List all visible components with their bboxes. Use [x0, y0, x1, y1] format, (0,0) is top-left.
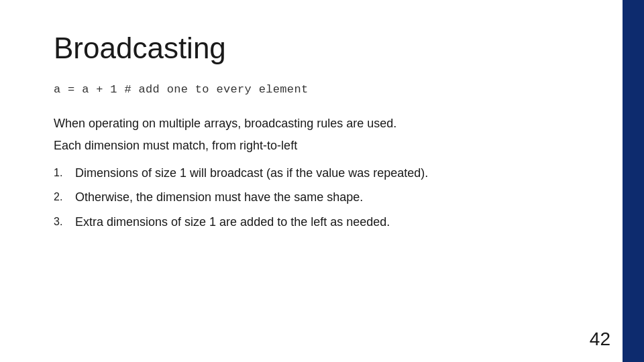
intro-line-1: When operating on multiple arrays, broad…: [54, 115, 582, 133]
intro-line-2: Each dimension must match, from right-to…: [54, 137, 582, 155]
code-block: a = a + 1 # add one to every element: [54, 83, 582, 96]
list-text-3: Extra dimensions of size 1 are added to …: [75, 213, 582, 231]
list-text-2: Otherwise, the dimension must have the s…: [75, 188, 582, 206]
list-item-2: 2. Otherwise, the dimension must have th…: [54, 188, 582, 206]
list-number-1: 1.: [54, 164, 67, 180]
slide-title: Broadcasting: [54, 32, 582, 64]
list-item-1: 1. Dimensions of size 1 will broadcast (…: [54, 164, 582, 182]
list-item-3: 3. Extra dimensions of size 1 are added …: [54, 213, 582, 231]
main-content: Broadcasting a = a + 1 # add one to ever…: [0, 0, 623, 362]
sidebar-accent: [623, 0, 644, 362]
list-number-3: 3.: [54, 213, 67, 229]
list-number-2: 2.: [54, 188, 67, 204]
page-number: 42: [590, 328, 610, 350]
list-text-1: Dimensions of size 1 will broadcast (as …: [75, 164, 582, 182]
slide-container: Broadcasting a = a + 1 # add one to ever…: [0, 0, 644, 362]
numbered-list: 1. Dimensions of size 1 will broadcast (…: [54, 164, 582, 230]
